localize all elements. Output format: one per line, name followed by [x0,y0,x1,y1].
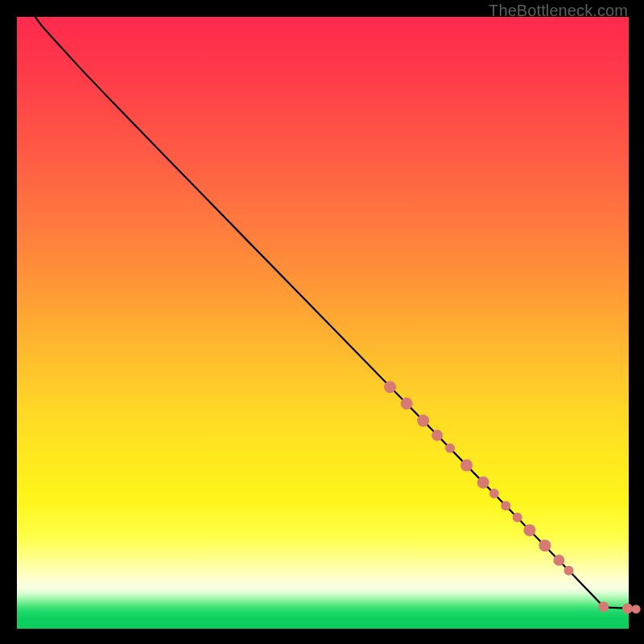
data-point [445,444,455,453]
data-point [622,603,633,613]
data-point [401,398,413,410]
watermark-text: TheBottleneck.com [489,2,628,20]
data-point [489,489,499,498]
data-point [539,539,551,551]
data-point [523,524,535,536]
data-point [477,477,489,489]
data-point [553,555,564,566]
data-point [501,501,510,510]
data-point [460,460,473,472]
plot-svg [17,17,629,629]
data-point [384,381,396,393]
heatmap-plot [17,17,629,629]
data-point [632,605,641,613]
data-point [598,601,609,612]
data-point [417,415,429,427]
data-point [564,566,574,576]
data-point [513,513,522,522]
data-point [431,430,443,441]
scatter-dots [384,381,641,613]
